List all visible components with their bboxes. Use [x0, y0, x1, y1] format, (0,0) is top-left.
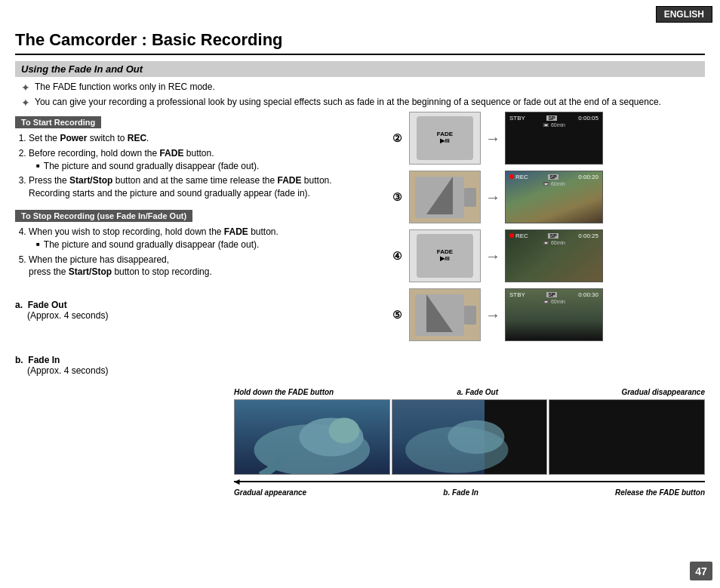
fade-images — [234, 399, 705, 475]
fade-in-sublabel: (Approx. 4 seconds) — [27, 365, 385, 376]
screen-2-status: STBY SP 0:00:05 — [509, 115, 598, 122]
screen-4-rec: REC — [509, 232, 528, 239]
cam-inner-2: FADE▶/II — [417, 116, 472, 160]
screen-3-rec: REC — [509, 174, 528, 180]
screen-5-sp: SP — [546, 292, 556, 297]
screen-5-tape: 📼 60min — [509, 299, 598, 305]
cam-svg-3 — [411, 173, 479, 222]
start-recording-header: To Start Recording — [15, 116, 101, 128]
screen-5-time: 0:00:30 — [578, 291, 598, 298]
arrow-line — [234, 481, 705, 482]
fade-label-hold: Hold down the FADE button — [234, 388, 334, 396]
step-4: When you wish to stop recording, hold do… — [29, 226, 385, 251]
arrow-3: → — [485, 189, 500, 206]
screen-2-sp: SP — [546, 115, 556, 121]
fade-img-3 — [549, 399, 705, 475]
rec-dot-3 — [509, 174, 514, 179]
bottom-left-spacer — [15, 388, 219, 497]
fade-label-release: Release the FADE button — [615, 488, 705, 497]
step-num-3: ③ — [392, 191, 405, 203]
fade-arrow-bar: ◄ — [234, 476, 705, 487]
cam-diagram-4: FADE▶/II — [409, 229, 481, 282]
screen-4-status: REC SP 0:00:25 — [509, 232, 598, 239]
page-title: The Camcorder : Basic Recording — [15, 30, 705, 55]
section-header: Using the Fade In and Out — [15, 61, 705, 77]
rec-dot-4 — [509, 233, 514, 238]
fade-btn-label-2: FADE▶/II — [437, 131, 453, 145]
screen-3-time: 0:00:20 — [578, 174, 598, 180]
step-num-4: ④ — [392, 250, 405, 262]
step-3: Press the Start/Stop button and at the s… — [29, 174, 385, 200]
fade-in-section: b. Fade In (Approx. 4 seconds) — [15, 355, 385, 376]
stop-recording-list: When you wish to stop recording, hold do… — [15, 226, 385, 279]
bullet-2-text: You can give your recording a profession… — [35, 97, 661, 107]
cam-inner-4: FADE▶/II — [417, 234, 472, 278]
screen-5-status: STBY SP 0:00:30 — [509, 291, 598, 298]
bullet-1-text: The FADE function works only in REC mode… — [35, 82, 215, 92]
fade-img-1 — [234, 399, 390, 475]
page-number: 47 — [690, 562, 712, 580]
screen-4-sp: SP — [548, 233, 558, 239]
svg-point-10 — [448, 420, 504, 454]
arrow-2: → — [485, 130, 500, 147]
bullet-1: ✦ The FADE function works only in REC mo… — [15, 82, 705, 94]
cam-diagram-2: FADE▶/II — [409, 112, 481, 165]
cam-diagram-5 — [409, 288, 481, 341]
screen-4-tape: 📼 60min — [509, 240, 598, 246]
screen-5: STBY SP 0:00:30 📼 60min — [505, 288, 603, 341]
screen-2-mode: STBY — [509, 115, 525, 122]
fade-btn-label-4: FADE▶/II — [437, 249, 453, 263]
fade-out-sublabel: (Approx. 4 seconds) — [27, 310, 385, 321]
svg-point-8 — [329, 418, 360, 444]
diagram-row-4: ④ FADE▶/II → REC SP 0:00:25 📼 60min — [392, 229, 705, 282]
left-col: To Start Recording Set the Power switch … — [15, 112, 385, 376]
fade-label-gradual-app: Gradual appearance — [234, 488, 306, 497]
bullet-cross-icon-2: ✦ — [21, 97, 30, 109]
arrow-5: → — [485, 306, 500, 324]
step-2-sub: The picture and sound gradually disappea… — [29, 160, 385, 173]
diagram-row-2: ② FADE▶/II → STBY SP 0:00:05 📼 60min — [392, 112, 705, 165]
step-num-2: ② — [392, 132, 405, 144]
stop-recording-header: To Stop Recording (use Fade In/Fade Out) — [15, 210, 192, 222]
fade-in-label: b. Fade In — [15, 355, 385, 365]
bullet-2: ✦ You can give your recording a professi… — [15, 97, 705, 109]
right-col: ② FADE▶/II → STBY SP 0:00:05 📼 60min ③ — [392, 112, 705, 376]
svg-rect-1 — [464, 188, 476, 207]
diagram-row-5: ⑤ → STBY SP 0:00:30 📼 60min — [392, 288, 705, 341]
step-num-5: ⑤ — [392, 309, 405, 321]
screen-2-time: 0:00:05 — [578, 115, 598, 122]
screen-3: REC SP 0:00:20 📼 60min — [505, 171, 603, 223]
bottom-fade-section: Hold down the FADE button a. Fade Out Gr… — [15, 388, 705, 497]
start-recording-list: Set the Power switch to REC. Before reco… — [15, 132, 385, 200]
fade-top-labels: Hold down the FADE button a. Fade Out Gr… — [234, 388, 705, 396]
step-1: Set the Power switch to REC. — [29, 132, 385, 145]
cam-svg-5 — [411, 291, 479, 340]
step-4-sub: The picture and sound gradually disappea… — [29, 239, 385, 251]
svg-rect-4 — [464, 306, 476, 325]
dolphin-svg-2 — [392, 400, 547, 474]
screen-5-mode: STBY — [509, 291, 525, 298]
fade-out-label: a. Fade Out — [15, 300, 385, 310]
bullet-cross-icon: ✦ — [21, 82, 30, 94]
dolphin-svg-1 — [235, 400, 389, 474]
cam-diagram-3 — [409, 171, 481, 223]
step-2: Before recording, hold down the FADE but… — [29, 147, 385, 173]
screen-3-tape: 📼 60min — [509, 181, 598, 187]
fade-label-b: b. Fade In — [443, 488, 478, 497]
fade-diagram: Hold down the FADE button a. Fade Out Gr… — [234, 388, 705, 497]
language-badge: ENGLISH — [656, 6, 712, 23]
fade-label-gradual-dis: Gradual disappearance — [621, 388, 705, 396]
arrow-head-left: ◄ — [232, 476, 242, 487]
screen-2: STBY SP 0:00:05 📼 60min — [505, 112, 603, 165]
diagram-row-3: ③ → REC SP 0:00:20 📼 60min — [392, 171, 705, 223]
screen-2-tape: 📼 60min — [509, 122, 598, 128]
screen-3-status: REC SP 0:00:20 — [509, 174, 598, 180]
main-layout: To Start Recording Set the Power switch … — [15, 112, 705, 376]
fade-img-2 — [392, 399, 548, 475]
screen-3-sp: SP — [548, 174, 558, 180]
fade-bottom-labels: Gradual appearance b. Fade In Release th… — [234, 488, 705, 497]
step-5: When the picture has disappeared, press … — [29, 254, 385, 279]
screen-4-time: 0:00:25 — [578, 232, 598, 239]
fade-label-a: a. Fade Out — [457, 388, 498, 396]
arrow-4: → — [485, 248, 500, 265]
